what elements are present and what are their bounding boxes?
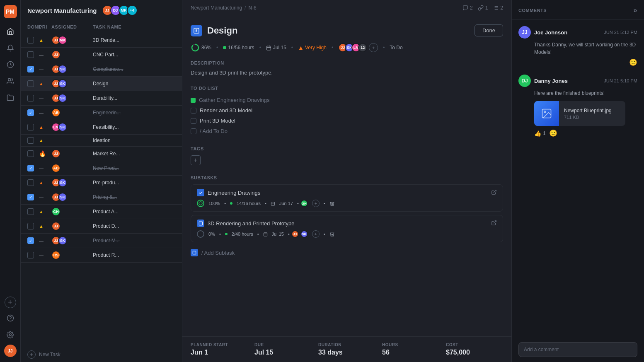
task-name: Durability... <box>93 95 130 101</box>
table-row[interactable]: — AB New Prod... <box>21 161 182 176</box>
table-row[interactable]: ▲ JJMK 3D Rende... <box>21 33 182 48</box>
add-assignee-button[interactable]: + <box>369 43 378 52</box>
table-row[interactable]: ▲ LMSK Feasibility... <box>21 120 182 135</box>
task-rows: ▲ JJMK 3D Rende... — JJ CNC Part... — JJ… <box>21 33 182 347</box>
priority-badge: ▲ <box>39 209 51 214</box>
task-table-header: DONE PRI ASSIGNED TASK NAME <box>21 21 182 33</box>
progress-percent: 86% <box>201 45 211 51</box>
task-list-header: Newport Manufacturing JJ DJ MK +4 <box>21 0 182 21</box>
row-checkbox[interactable] <box>27 165 34 171</box>
subtask-add-icon <box>191 249 198 256</box>
row-checkbox[interactable] <box>27 194 34 200</box>
subtask-header: Engineering Drawings <box>197 189 497 196</box>
row-checkbox[interactable] <box>27 51 34 58</box>
table-row[interactable]: ▲ JJSK Pre-produ... <box>21 176 182 190</box>
table-row[interactable]: 🔥 JJ Market Re... <box>21 147 182 161</box>
attachment-size: 711 KB <box>564 115 612 120</box>
emoji-reaction-button[interactable]: 🙂 <box>629 58 637 66</box>
table-row[interactable]: ▲ JJ Product D... <box>21 219 182 234</box>
add-tag-button[interactable]: + <box>191 155 201 165</box>
reaction-thumbsup[interactable]: 👍 1 <box>534 130 546 137</box>
table-row[interactable]: ▲ GH Product A... <box>21 205 182 219</box>
row-checkbox[interactable] <box>27 137 34 144</box>
emoji-reaction-button[interactable]: 🙂 <box>549 129 557 137</box>
subtask-assignee: JJ <box>291 230 299 238</box>
table-row[interactable]: — AB Engineerin... <box>21 106 182 120</box>
add-subtask-button[interactable]: / Add Subtask <box>191 246 503 260</box>
delete-icon[interactable] <box>329 232 335 237</box>
table-row[interactable]: ▲ JJSK Design <box>21 77 182 91</box>
row-checkbox[interactable] <box>27 150 34 157</box>
calendar-icon <box>266 45 271 51</box>
svg-line-23 <box>494 220 496 223</box>
todo-checkbox[interactable] <box>191 118 196 124</box>
add-todo-button[interactable]: / Add To Do <box>191 126 503 136</box>
collapse-comments-button[interactable]: » <box>634 7 637 14</box>
todo-checkbox[interactable] <box>191 108 196 113</box>
row-checkbox[interactable] <box>27 80 34 87</box>
comment-avatar: DJ <box>518 75 531 87</box>
todo-item[interactable]: Render and 3D Model <box>191 105 503 116</box>
sidebar-item-history[interactable] <box>4 58 17 71</box>
row-assignees: LMSK <box>51 123 93 132</box>
row-checkbox[interactable] <box>27 124 34 130</box>
row-assignees: JJ <box>51 222 93 231</box>
add-task-icon: + <box>27 350 36 359</box>
sidebar-item-folder[interactable] <box>4 91 17 104</box>
task-list-panel: Newport Manufacturing JJ DJ MK +4 DONE P… <box>21 0 182 362</box>
row-checkbox[interactable] <box>27 237 34 244</box>
todo-item[interactable]: Gather Engineering Drawings <box>191 95 503 105</box>
calendar-icon <box>271 201 275 206</box>
comment-attachment[interactable]: Newport Blueprint.jpg 711 KB <box>534 101 625 126</box>
table-row[interactable]: — RS Product R... <box>21 248 182 263</box>
table-row[interactable]: — JJSK Pricing &... <box>21 190 182 205</box>
row-checkbox[interactable] <box>27 208 34 215</box>
cost-stat: COST $75,000 <box>446 343 503 356</box>
sidebar-item-people[interactable] <box>4 75 17 88</box>
comment-text: Here are the finished blueprints! <box>534 89 637 97</box>
row-assignees: AB <box>51 164 93 173</box>
comment-actions: 🙂 <box>534 58 637 66</box>
row-checkbox[interactable] <box>27 252 34 258</box>
subtask-link-icon[interactable] <box>491 189 497 196</box>
sidebar-item-settings[interactable] <box>4 328 17 341</box>
task-name: Pricing &... <box>93 194 130 200</box>
comment-author: Danny Jones <box>534 78 600 84</box>
row-checkbox[interactable] <box>27 95 34 101</box>
todo-item[interactable]: Print 3D Model <box>191 116 503 126</box>
hours-dot <box>223 46 226 49</box>
delete-icon[interactable] <box>329 201 335 206</box>
row-checkbox[interactable] <box>27 109 34 116</box>
sidebar-item-home[interactable] <box>4 25 17 38</box>
row-assignees: JJSK <box>51 236 93 245</box>
row-checkbox[interactable] <box>27 223 34 229</box>
planned-start-stat: PLANNED START Jun 1 <box>191 343 248 356</box>
subtasks-label: SUBTASKS <box>191 175 503 180</box>
user-avatar-sidebar[interactable]: JJ <box>4 345 17 357</box>
row-checkbox[interactable] <box>27 179 34 186</box>
table-row[interactable]: — JJSK Durability... <box>21 91 182 106</box>
subtask-link-icon[interactable] <box>491 220 497 227</box>
row-checkbox[interactable] <box>27 37 34 43</box>
add-assignee-subtask[interactable]: + <box>312 200 320 207</box>
sidebar-item-add[interactable]: + <box>5 297 16 308</box>
sidebar-item-notifications[interactable] <box>4 41 17 55</box>
subtask-item[interactable]: 3D Rendering and Printed Prototype 0% • … <box>191 215 503 242</box>
svg-rect-20 <box>271 202 274 205</box>
todo-color-indicator <box>191 98 196 103</box>
row-checkbox[interactable] <box>27 66 34 72</box>
table-row[interactable]: — JJ CNC Part... <box>21 48 182 62</box>
comment-input[interactable] <box>518 342 637 357</box>
add-assignee-subtask[interactable]: + <box>312 230 320 238</box>
table-row[interactable]: ▲ Ideation <box>21 135 182 147</box>
add-task-row[interactable]: + New Task <box>21 347 182 362</box>
subtask-item[interactable]: Engineering Drawings 100% • 14/16 hours … <box>191 184 503 212</box>
sidebar-item-help[interactable] <box>4 311 17 325</box>
table-row[interactable]: — JJSK Product M... <box>21 234 182 248</box>
task-name: Feasibility... <box>93 124 130 130</box>
table-row[interactable]: — JJSK Compliance... <box>21 62 182 77</box>
app-logo: PM <box>4 5 17 18</box>
done-button[interactable]: Done <box>475 24 503 36</box>
breadcrumb: Newport Manufacturing / N-6 <box>191 5 257 11</box>
subtask-progress <box>197 230 204 238</box>
